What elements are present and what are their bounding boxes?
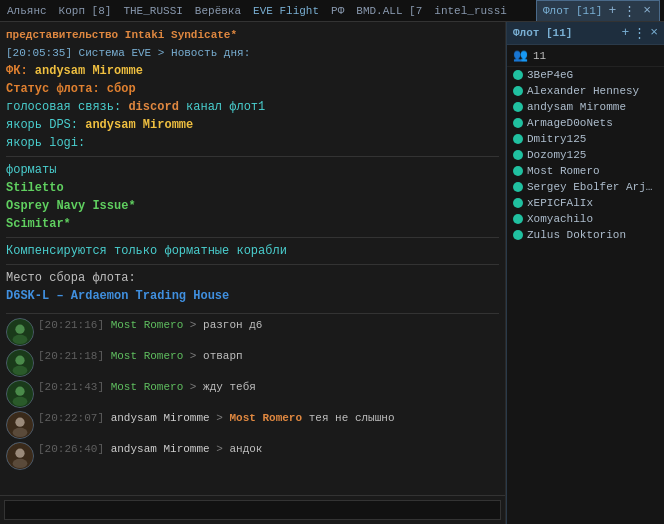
msg-4: тея не слышно: [309, 412, 395, 424]
fleet-tab-controls: + ⋮ ×: [606, 3, 653, 19]
target-4: Most Romero: [229, 412, 302, 424]
nav-alliance[interactable]: Альянс: [4, 3, 50, 19]
chat-message-4: [20:22:07] andysam Miromme > Most Romero…: [6, 411, 499, 439]
msg-2: отварп: [203, 350, 243, 362]
fleet-member-8[interactable]: Sergey Ebolfer Arjar: [507, 179, 664, 195]
fleet-member-1[interactable]: 3BeP4eG: [507, 67, 664, 83]
motd-meetpoint-label: Место сбора флота:: [6, 271, 136, 285]
nav-russi[interactable]: THE_RUSSI: [120, 3, 185, 19]
member-name-8: Sergey Ebolfer Arjar: [527, 181, 658, 193]
avatar-andysam-2: [6, 442, 34, 470]
chat-divider: [6, 313, 499, 314]
member-name-6: Dozomy125: [527, 149, 586, 161]
motd-section: представительство Intaki Syndicate* [20:…: [6, 26, 499, 305]
member-icon-10: [513, 214, 523, 224]
avatar-most-romero-3: [6, 380, 34, 408]
member-name-7: Most Romero: [527, 165, 600, 177]
svg-point-10: [15, 418, 24, 427]
main-layout: представительство Intaki Syndicate* [20:…: [0, 22, 664, 524]
member-name-5: Dmitry125: [527, 133, 586, 145]
sender-4: andysam Miromme: [111, 412, 217, 424]
motd-header: представительство Intaki Syndicate*: [6, 29, 237, 41]
fleet-tab[interactable]: Флот [11] + ⋮ ×: [536, 0, 660, 22]
member-icon-6: [513, 150, 523, 160]
nav-rf[interactable]: РФ: [328, 3, 347, 19]
fleet-member-3[interactable]: andysam Miromme: [507, 99, 664, 115]
member-name-3: andysam Miromme: [527, 101, 626, 113]
chat-message-1: [20:21:16] Most Romero > разгон д6: [6, 318, 499, 346]
fleet-member-10[interactable]: Xomyachilo: [507, 211, 664, 227]
chat-panel: представительство Intaki Syndicate* [20:…: [0, 22, 506, 524]
sender-1: Most Romero: [111, 319, 190, 331]
chat-text-3: [20:21:43] Most Romero > жду тебя: [38, 380, 499, 395]
avatar-most-romero-1: [6, 318, 34, 346]
arrow-5: >: [216, 443, 229, 455]
nav-verevka[interactable]: Верёвка: [192, 3, 244, 19]
timestamp-4: [20:22:07]: [38, 412, 104, 424]
timestamp-1: [20:21:16]: [38, 319, 104, 331]
member-name-4: ArmageD0oNets: [527, 117, 613, 129]
nav-corp[interactable]: Корп [8]: [56, 3, 115, 19]
chat-input[interactable]: [4, 500, 501, 520]
fleet-member-6[interactable]: Dozomy125: [507, 147, 664, 163]
fleet-menu-btn[interactable]: ⋮: [621, 3, 638, 19]
fleet-header: Флот [11] + ⋮ ×: [507, 22, 664, 45]
member-icon-5: [513, 134, 523, 144]
member-name-10: Xomyachilo: [527, 213, 593, 225]
motd-divider-1: [6, 156, 499, 157]
motd-anchor-logi: якорь logi:: [6, 136, 85, 150]
nav-intel[interactable]: intel_russi: [431, 3, 510, 19]
chat-message-2: [20:21:18] Most Romero > отварп: [6, 349, 499, 377]
motd-formats-label: форматы: [6, 163, 56, 177]
fleet-tab-label: Флот [11]: [543, 5, 602, 17]
fleet-member-4[interactable]: ArmageD0oNets: [507, 115, 664, 131]
sender-5: andysam Miromme: [111, 443, 217, 455]
svg-point-2: [13, 335, 28, 344]
avatar-most-romero-2: [6, 349, 34, 377]
motd-ship-scimitar: Scimitar*: [6, 217, 71, 231]
svg-point-11: [13, 428, 28, 437]
svg-point-5: [13, 366, 28, 375]
fleet-count-value: 11: [533, 50, 546, 62]
msg-3: жду тебя: [203, 381, 256, 393]
fleet-panel: Флот [11] + ⋮ × 👥 11 3BeP4eG Alexander H…: [506, 22, 664, 524]
chat-message-5: [20:26:40] andysam Miromme > андок: [6, 442, 499, 470]
fleet-members-icon: 👥: [513, 48, 528, 63]
fleet-member-5[interactable]: Dmitry125: [507, 131, 664, 147]
svg-point-4: [15, 356, 24, 365]
member-name-9: xEPICFAlIx: [527, 197, 593, 209]
motd-divider-2: [6, 237, 499, 238]
fleet-member-2[interactable]: Alexander Hennesy: [507, 83, 664, 99]
arrow-1: >: [190, 319, 203, 331]
fleet-member-11[interactable]: Zulus Doktorion: [507, 227, 664, 243]
nav-bmd[interactable]: BMD.ALL [7: [353, 3, 425, 19]
motd-voice-value: discord: [128, 100, 178, 114]
motd-voice-label: голосовая связь:: [6, 100, 128, 114]
nav-eve-flight[interactable]: EVE Flight: [250, 3, 322, 19]
motd-ship-osprey: Osprey Navy Issue*: [6, 199, 136, 213]
fleet-close-icon[interactable]: ×: [650, 25, 658, 41]
timestamp-3: [20:21:43]: [38, 381, 104, 393]
motd-divider-3: [6, 264, 499, 265]
arrow-2: >: [190, 350, 203, 362]
motd-note: Компенсируются только форматные корабли: [6, 244, 287, 258]
fleet-options-icon[interactable]: ⋮: [633, 25, 646, 41]
motd-system-line: [20:05:35] Система EVE > Новость дня:: [6, 47, 250, 59]
motd-fk-value: andysam Miromme: [35, 64, 143, 78]
fleet-members-list: 3BeP4eG Alexander Hennesy andysam Miromm…: [507, 67, 664, 524]
motd-status: Статус флота: сбор: [6, 82, 136, 96]
member-icon-3: [513, 102, 523, 112]
chat-text-5: [20:26:40] andysam Miromme > андок: [38, 442, 499, 457]
fleet-member-7[interactable]: Most Romero: [507, 163, 664, 179]
fleet-title: Флот [11]: [513, 27, 617, 39]
fleet-add-btn[interactable]: +: [606, 3, 618, 18]
member-name-11: Zulus Doktorion: [527, 229, 626, 241]
fleet-count-row: 👥 11: [507, 45, 664, 67]
fleet-add-icon[interactable]: +: [621, 25, 629, 41]
msg-5: андок: [229, 443, 262, 455]
arrow-4: >: [216, 412, 229, 424]
svg-point-14: [13, 459, 28, 468]
fleet-close-btn[interactable]: ×: [641, 3, 653, 18]
svg-point-1: [15, 325, 24, 334]
fleet-member-9[interactable]: xEPICFAlIx: [507, 195, 664, 211]
